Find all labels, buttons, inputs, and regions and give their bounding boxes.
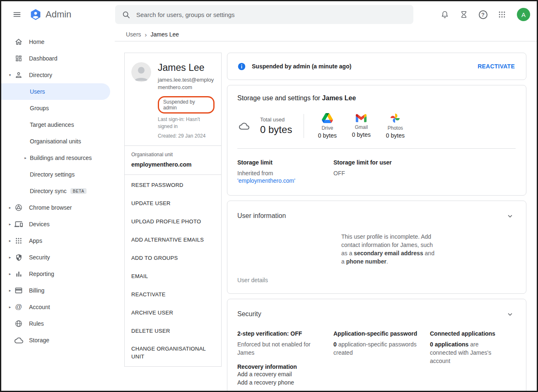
home-icon [14,37,24,47]
org-unit-section: Organisational unit employmenthero.com [125,145,221,174]
message-bold: phone number [346,258,386,265]
expand-arrow-icon[interactable]: ▸ [6,206,14,210]
expand-arrow-icon[interactable]: ▸ [6,272,14,276]
breadcrumb-current: James Lee [151,31,179,38]
body-row: Home Dashboard ▾ Directory Users Groups [1,28,537,391]
reset-password-button[interactable]: RESET PASSWORD [125,176,221,194]
org-unit-value: employmenthero.com [131,161,215,168]
storage-title-name: James Lee [322,94,356,102]
expand-arrow-icon[interactable]: ▸ [6,288,14,293]
reactivate-button[interactable]: REACTIVATE [125,285,221,303]
add-alternative-emails-button[interactable]: ADD ALTERNATIVE EMAILS [125,230,221,249]
at-sign-icon: @ [14,302,24,312]
sidebar-item-organisational-units[interactable]: Organisational units [1,133,115,150]
app-password-column: Application-specific password 0 applicat… [333,330,430,387]
suspended-banner: Suspended by admin (a minute ago) REACTI… [227,53,526,80]
gmail-label: Gmail [355,124,368,130]
sidebar-item-directory[interactable]: ▾ Directory [1,67,115,83]
update-user-button[interactable]: UPDATE USER [125,194,221,212]
beta-badge: BETA [70,188,87,194]
user-email: james.lee.test@employmenthero.com [158,76,215,91]
sidebar-item-label: Directory settings [30,171,75,178]
org-unit-link[interactable]: 'employmenthero.com' [237,177,333,184]
sidebar-item-billing[interactable]: ▸ Billing [1,282,115,299]
desc-text: application-specific passwords created [333,341,417,356]
expand-arrow-icon[interactable]: ▸ [21,156,30,160]
detail-column: Suspended by admin (a minute ago) REACTI… [227,53,526,391]
info-icon [237,62,246,71]
user-details-link[interactable]: User details [237,277,516,283]
profile-incomplete-message: This user profile is incomplete. Add con… [341,232,439,266]
sidebar-item-devices[interactable]: ▸ Devices [1,216,115,232]
sidebar-item-storage[interactable]: Storage [1,332,115,348]
sidebar-item-label: Apps [29,237,42,244]
sidebar-item-reporting[interactable]: ▸ Reporting [1,266,115,282]
expand-arrow-icon[interactable]: ▸ [6,255,14,259]
app-title: Admin [46,9,71,20]
chevron-down-icon[interactable] [504,308,516,320]
sidebar-item-home[interactable]: Home [1,34,115,50]
add-to-groups-button[interactable]: ADD TO GROUPS [125,249,221,267]
security-grid: 2-step verification: OFF Enforced but no… [237,330,516,387]
sidebar-item-target-audiences[interactable]: Target audiences [1,116,115,133]
banner-reactivate-button[interactable]: REACTIVATE [478,63,515,70]
sidebar-item-chrome-browser[interactable]: ▸ Chrome browser [1,199,115,216]
last-signin-text: Last sign-in: Hasn't signed in [158,116,215,130]
sidebar-item-security[interactable]: ▸ Security [1,249,115,266]
delete-user-button[interactable]: DELETE USER [125,322,221,340]
notifications-bell-icon[interactable] [437,6,453,23]
sidebar-item-label: Home [29,39,44,45]
breadcrumb: Users › James Lee [115,28,537,41]
storage-usage-row: Total used 0 bytes Drive 0 bytes [237,113,516,139]
sidebar-item-groups[interactable]: Groups [1,100,115,116]
upload-profile-photo-button[interactable]: UPLOAD PROFILE PHOTO [125,212,221,230]
gmail-usage: Gmail 0 bytes [350,114,373,138]
expand-arrow-icon[interactable]: ▸ [6,305,14,309]
add-recovery-email-link[interactable]: Add a recovery email [237,370,333,378]
dashboard-icon [14,53,24,63]
sidebar-item-apps[interactable]: ▸ Apps [1,232,115,249]
user-information-header[interactable]: User information [237,210,516,222]
storage-title-text: Storage use and settings for [237,94,322,102]
sidebar-item-label: Directory sync [30,188,67,194]
help-icon[interactable]: ? [475,6,491,23]
expand-arrow-icon[interactable]: ▸ [6,222,14,226]
sidebar-item-label: Billing [29,287,44,294]
chevron-down-icon[interactable] [504,210,516,222]
expand-arrow-icon[interactable]: ▾ [6,73,14,77]
vertical-divider [304,114,304,138]
security-title: Security [237,310,261,318]
tasks-hourglass-icon[interactable] [456,6,472,23]
sidebar-item-label: Groups [30,105,49,111]
add-recovery-phone-link[interactable]: Add a recovery phone [237,378,333,387]
apps-grid-icon[interactable] [494,6,510,23]
sidebar-item-directory-sync[interactable]: Directory sync BETA [1,183,115,199]
sidebar-item-dashboard[interactable]: Dashboard [1,50,115,67]
sidebar-item-account[interactable]: ▸ @ Account [1,299,115,315]
change-organisational-unit-button[interactable]: CHANGE ORGANISATIONAL UNIT [125,340,221,365]
security-header[interactable]: Security [237,308,516,320]
menu-icon[interactable] [8,5,26,24]
expand-arrow-icon[interactable]: ▸ [6,239,14,243]
user-profile-card: James Lee james.lee.test@employmenthero.… [124,53,222,367]
storage-divider [237,148,516,149]
storage-limit-label: Storage limit [237,159,333,166]
email-button[interactable]: EMAIL [125,267,221,285]
admin-logo[interactable]: Admin [29,8,71,21]
sidebar-item-users[interactable]: Users [1,83,110,100]
search-bar[interactable] [115,5,413,24]
count-bold: 0 [333,341,337,348]
account-avatar[interactable]: A [517,8,530,21]
avatar-letter: A [521,11,526,18]
two-step-verification-desc: Enforced but not enabled for James [237,340,333,357]
photos-usage: Photos 0 bytes [384,113,407,139]
sidebar-item-rules[interactable]: Rules [1,315,115,332]
app-specific-password-desc: 0 application-specific passwords created [333,340,430,357]
breadcrumb-users-link[interactable]: Users [126,31,141,38]
apps-dots-icon [14,236,24,246]
archive-user-button[interactable]: ARCHIVE USER [125,303,221,322]
sidebar-item-directory-settings[interactable]: Directory settings [1,166,115,183]
search-input[interactable] [136,11,407,18]
sidebar-item-buildings-and-resources[interactable]: ▸ Buildings and resources [1,150,115,166]
credit-card-icon [14,286,24,295]
